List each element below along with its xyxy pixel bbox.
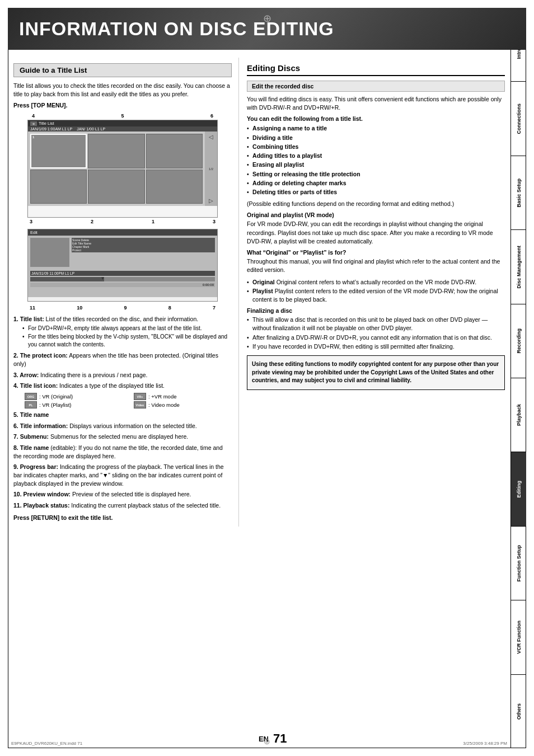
bullet-dividing: Dividing a title [247, 134, 505, 142]
icon-video: Video : Video mode [134, 401, 232, 408]
finalizing-bullet-1: This will allow a disc that is recorded … [247, 316, 505, 332]
sidebar-label: Playback [516, 404, 522, 426]
edit-diagram: Edit Scene DeleteEdit Title NameChapter … [27, 229, 218, 302]
sidebar-section-others[interactable]: Others [511, 675, 526, 748]
label-6: 6 [210, 113, 213, 119]
tl-thumb-6 [146, 170, 203, 204]
bullet-adding-playlist: Adding titles to a playlist [247, 152, 505, 160]
finalizing-bullet-3: If you have recorded in DVD+RW, then edi… [247, 342, 505, 351]
ed-info-row: JAN/31/09 11:00PM L1 LP [30, 271, 215, 276]
footer-file-info: E9PKAUD_DVR620KU_EN.indd 71 [11, 741, 82, 746]
label-4: 4 [32, 113, 35, 119]
press-return: Press [RETURN] to exit the title list. [13, 514, 232, 521]
numbered-item-3: 3. Arrow: Indicating there is a previous… [13, 371, 232, 379]
playlist-bullet: Playlist Playlist content refers to the … [247, 287, 505, 304]
title-list-diagram-container: 4 5 6 ⊕ Title List JAN/1/09 1:00AM L1 LP… [13, 113, 232, 224]
sidebar-label: Connections [516, 104, 522, 134]
right-column: Editing Discs Edit the recorded disc You… [239, 58, 510, 527]
tl-thumb-2 [88, 134, 144, 168]
can-edit-label: You can edit the following from a title … [247, 115, 505, 122]
sidebar-label: Basic Setup [516, 179, 522, 208]
label-11: 11 [30, 305, 35, 311]
tl-thumb-5 [88, 170, 144, 204]
sidebar-label: Disc Management [516, 246, 522, 289]
label-3b: 3 [213, 219, 216, 224]
tl-main-area: 1 [28, 132, 205, 206]
diagram-labels-bottom: 3 2 1 3 [27, 219, 218, 224]
ed-time: 0:00:00 [30, 283, 215, 287]
bullet-deleting: Deleting titles or parts of titles [247, 188, 505, 196]
sidebar-label: Recording [516, 328, 522, 354]
sidebar-section-recording[interactable]: Recording [511, 304, 526, 378]
editing-discs-header: Editing Discs [247, 63, 505, 76]
numbered-item-2: 2. The protect icon: Appears when the ti… [13, 351, 232, 368]
tl-arrow-down: ▷ [209, 198, 213, 204]
tl-thumb-1: 1 [30, 134, 87, 168]
page-num-badge: EN 71 [259, 731, 287, 746]
thumb-num-1: 1 [32, 135, 34, 139]
item1-sub-bullets: For DVD+RW/+R, empty title always appear… [13, 325, 232, 349]
sidebar-label: VCR Function [516, 621, 522, 654]
icon-vr-plus: VR+ : +VR mode [134, 393, 232, 400]
original-playlist-bullets: Original Original content refers to what… [247, 278, 505, 304]
bullet-assigning: Assigning a name to a title [247, 124, 505, 133]
page-border-bottom [8, 748, 526, 748]
bullet-setting: Setting or releasing the title protectio… [247, 170, 505, 179]
left-column: Guide to a Title List Title list allows … [8, 58, 239, 527]
right-sidebar: Introduction Connections Basic Setup Dis… [510, 8, 526, 748]
icon-mode-row: ORG : VR (Original) VR+ : +VR mode PL : … [13, 393, 232, 408]
tl-page-num: 1/2 [209, 167, 213, 171]
sidebar-section-basic-setup[interactable]: Basic Setup [511, 156, 526, 230]
numbered-item-9: 9. Progress bar: Indicating the progress… [13, 463, 232, 487]
numbered-item-7: 7. Submenu: Submenus for the selected me… [13, 433, 232, 441]
original-playlist-text: For VR mode DVD-RW, you can edit the rec… [247, 220, 505, 246]
bullet-combining: Combining titles [247, 143, 505, 151]
sidebar-section-vcr[interactable]: VCR Function [511, 600, 526, 674]
label-5: 5 [121, 113, 124, 119]
tl-date1: JAN/1/09 1:00AM L1 LP [30, 127, 72, 131]
label-10: 10 [77, 305, 82, 311]
dvd-icon: ⊕ [30, 121, 37, 126]
sub-bullet-1a: For DVD+RW/+R, empty title always appear… [22, 325, 232, 332]
icon-pl: PL : VR (Playlist) [25, 401, 123, 408]
sidebar-section-disc-management[interactable]: Disc Management [511, 230, 526, 304]
label-7: 7 [213, 305, 216, 311]
page-number: 71 [273, 731, 287, 746]
sidebar-section-editing[interactable]: Editing [511, 452, 526, 526]
sidebar-section-function-setup[interactable]: Function Setup [511, 527, 526, 600]
numbered-item-4: 4. Title list icon: Indicates a type of … [13, 382, 232, 390]
diagram-labels-top: 4 5 6 [27, 113, 218, 119]
finalizing-bullets: This will allow a disc that is recorded … [247, 316, 505, 351]
bullet-erasing: Erasing all playlist [247, 161, 505, 169]
original-playlist-title: Original and playlist (VR mode) [247, 212, 505, 218]
sidebar-section-playback[interactable]: Playback [511, 378, 526, 452]
edit-recorded-disc-header: Edit the recorded disc [247, 81, 505, 92]
ed-content: Scene DeleteEdit Title NameChapter MarkP… [28, 236, 217, 297]
sidebar-section-connections[interactable]: Connections [511, 82, 526, 156]
content-row: Guide to a Title List Title list allows … [8, 58, 510, 527]
numbered-item-1: 1. Title list: List of the titles record… [13, 315, 232, 349]
numbered-item-5: 5. Title name [13, 411, 232, 419]
tl-thumb-3 [146, 134, 203, 168]
left-intro-text: Title list allows you to check the title… [13, 82, 232, 98]
ed-labels-bottom: 11 10 9 8 7 [27, 305, 218, 311]
ed-preview [30, 238, 69, 267]
original-bullet: Original Original content refers to what… [247, 278, 505, 287]
tl-header-bar: ⊕ Title List [28, 120, 217, 126]
ed-header: Edit [28, 229, 217, 236]
left-section-header: Guide to a Title List [13, 63, 232, 77]
right-intro: You will find editing discs is easy. Thi… [247, 95, 505, 112]
numbered-item-11: 11. Playback status: Indicating the curr… [13, 501, 232, 510]
sub-bullet-1b: For the titles being blocked by the V-ch… [22, 333, 232, 349]
label-1: 1 [152, 219, 154, 224]
tl-arrow-up: ◁ [209, 134, 213, 140]
warning-text: Using these editing functions to modify … [252, 361, 499, 383]
bullet-chapter-marks: Adding or deleting chapter marks [247, 179, 505, 187]
ed-menu-label: Scene DeleteEdit Title NameChapter MarkP… [72, 238, 215, 252]
label-8: 8 [168, 305, 171, 311]
tl-thumb-4 [30, 170, 87, 204]
footer: E9PKAUD_DVR620KU_EN.indd 71 EN 71 3/25/2… [11, 731, 507, 746]
icon-video-img: Video [134, 401, 146, 408]
icon-org-img: ORG [25, 393, 37, 400]
numbered-item-6: 6. Title information: Displays various i… [13, 422, 232, 430]
